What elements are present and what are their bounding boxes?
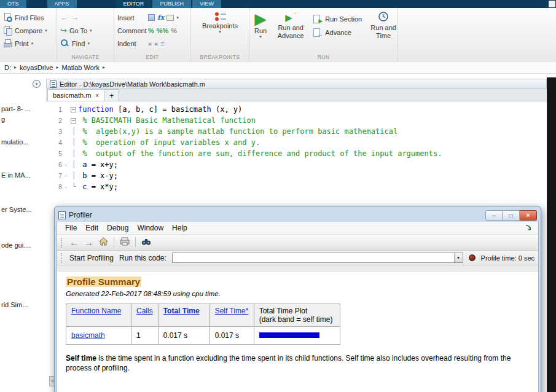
find-binoculars-icon[interactable]: [141, 237, 151, 248]
window-title: Profiler: [69, 211, 92, 219]
run-and-advance-button[interactable]: ▶ → Run and Advance: [272, 9, 310, 39]
run-section-button[interactable]: ▶ Run Section: [311, 14, 364, 24]
breadcrumb-arrow-icon: ▸: [14, 65, 17, 70]
sidebar-item[interactable]: g: [1, 116, 5, 123]
back-icon[interactable]: ←: [69, 238, 79, 247]
sidebar-item[interactable]: er Syste...: [1, 206, 32, 213]
sidebar-item[interactable]: ode gui....: [1, 241, 31, 249]
run-code-input[interactable]: ▾: [172, 253, 463, 263]
function-link[interactable]: basicmath: [71, 331, 105, 340]
menu-item[interactable]: Edit: [81, 222, 103, 233]
toolbar-separator: [135, 237, 136, 248]
group-label-run: RUN: [249, 54, 397, 60]
scrollbar-thumb[interactable]: [549, 1, 555, 7]
breadcrumb-item[interactable]: Matlab Work: [60, 64, 101, 71]
total-time-value: 0.017 s: [158, 327, 209, 345]
toolbar-grip[interactable]: [61, 253, 63, 263]
fold-icon[interactable]: │: [69, 159, 78, 170]
forward-icon[interactable]: →: [71, 13, 79, 22]
matlab-desktop: OTSAPPSEDITORPUBLISHVIEW Find Files Comp…: [0, 0, 556, 392]
ribbon-tab[interactable]: PUBLISH: [152, 0, 191, 8]
insert-label: Insert: [117, 14, 146, 22]
exec-indicator: -: [62, 181, 69, 192]
run-section-icon: ▶: [313, 15, 322, 23]
breakpoints-button[interactable]: Breakpoints ▼: [191, 9, 249, 34]
editor-title: Editor - D:\koyasDrive\Matlab Work\basic…: [60, 80, 205, 88]
ribbon-toolbar: Find Files Compare ▾ Print ▾ ← → ↪ Go To…: [0, 8, 556, 61]
breadcrumb-item[interactable]: koyasDrive: [18, 64, 54, 71]
fold-icon[interactable]: │: [69, 126, 78, 137]
print-button[interactable]: Print ▾: [0, 37, 57, 50]
ribbon-tab[interactable]: EDITOR: [116, 0, 152, 8]
fold-icon[interactable]: −: [71, 118, 76, 123]
minimize-button[interactable]: –: [485, 210, 503, 221]
ribbon-tab[interactable]: VIEW: [192, 0, 221, 8]
menu-item[interactable]: Window: [133, 222, 168, 233]
profile-time-label: Profile time: 0 sec: [481, 254, 534, 262]
tab-basicmath[interactable]: basicmath.m ×: [47, 89, 104, 101]
sidebar-item[interactable]: part- 8- ...: [1, 105, 31, 112]
find-files-button[interactable]: Find Files: [0, 11, 57, 24]
column-header-total-time-plot: Total Time Plot: [259, 307, 335, 315]
fold-icon[interactable]: │: [69, 148, 78, 159]
fold-icon[interactable]: −: [71, 107, 76, 112]
profiler-titlebar[interactable]: Profiler – □ ×: [57, 208, 539, 222]
comment-icon[interactable]: %: [148, 27, 154, 34]
menu-item[interactable]: Help: [168, 222, 192, 233]
ribbon-tab[interactable]: OTS: [0, 0, 26, 8]
menu-item[interactable]: Debug: [103, 222, 133, 233]
compare-button[interactable]: Compare ▾: [0, 24, 57, 37]
insert-function-icon[interactable]: fx: [157, 14, 164, 22]
back-icon[interactable]: ←: [60, 13, 68, 22]
breadcrumb-segment: Matlab Work ▸: [60, 64, 107, 71]
profiler-body: FileEditDebugWindowHelp ← →: [57, 222, 539, 392]
advance-button[interactable]: → Advance: [311, 28, 364, 37]
indent-right-icon[interactable]: »: [148, 40, 152, 47]
column-header-function-name[interactable]: Function Name: [71, 307, 121, 315]
sidebar-item[interactable]: mulatio...: [1, 138, 29, 146]
fold-icon[interactable]: │: [69, 170, 78, 181]
start-profiling-button[interactable]: Start Profiling: [69, 254, 114, 262]
new-tab-button[interactable]: +: [104, 89, 119, 101]
smart-indent-icon[interactable]: ≡: [160, 40, 164, 47]
editor-document-icon: [50, 80, 57, 88]
close-button[interactable]: ×: [520, 210, 537, 221]
close-icon[interactable]: ×: [95, 92, 99, 99]
sidebar-item[interactable]: rid Sim...: [1, 301, 28, 308]
forward-icon[interactable]: →: [84, 238, 93, 247]
menu-item[interactable]: File: [61, 222, 81, 233]
panel-menu-icon[interactable]: ▼: [33, 80, 41, 88]
column-header-self-time[interactable]: Self Time*: [215, 307, 249, 315]
goto-button[interactable]: ↪ Go To ▾: [57, 24, 114, 37]
home-icon[interactable]: [99, 237, 108, 248]
indent-left-icon[interactable]: «: [154, 40, 158, 47]
dock-icon[interactable]: [525, 224, 532, 232]
fold-icon[interactable]: └: [69, 181, 78, 192]
column-header-calls[interactable]: Calls: [136, 307, 153, 315]
restore-button[interactable]: □: [503, 210, 520, 221]
search-icon: [60, 39, 69, 48]
print-icon[interactable]: [120, 237, 130, 248]
code-text: a = x+y;: [78, 159, 118, 170]
breadcrumb-item[interactable]: D:: [3, 64, 12, 71]
generated-timestamp: Generated 22-Feb-2017 08:48:59 using cpu…: [66, 290, 530, 297]
run-and-time-button[interactable]: Run and Time: [366, 9, 401, 39]
editor-title-bar[interactable]: Editor - D:\koyasDrive\Matlab Work\basic…: [46, 79, 547, 89]
toolbar-grip[interactable]: [61, 238, 63, 248]
exec-indicator: -: [62, 170, 69, 181]
run-button[interactable]: ▶ Run ▼: [251, 9, 270, 39]
insert-image-icon[interactable]: [166, 15, 174, 21]
combo-dropdown-icon[interactable]: ▾: [454, 253, 463, 262]
fold-icon[interactable]: │: [69, 137, 78, 148]
insert-section-icon[interactable]: [148, 14, 155, 21]
line-number: 5: [46, 148, 62, 159]
comment-block-icon[interactable]: %%: [157, 27, 169, 34]
line-number: 4: [46, 137, 62, 148]
uncomment-icon[interactable]: %: [171, 27, 177, 34]
find-button[interactable]: Find ▾: [57, 37, 114, 50]
ribbon-tab[interactable]: APPS: [47, 0, 77, 8]
sidebar-item[interactable]: E in MA...: [1, 171, 31, 179]
find-files-icon: [3, 13, 12, 22]
chevron-down-icon: ▾: [31, 41, 34, 46]
column-header-total-time[interactable]: Total Time: [163, 307, 200, 315]
